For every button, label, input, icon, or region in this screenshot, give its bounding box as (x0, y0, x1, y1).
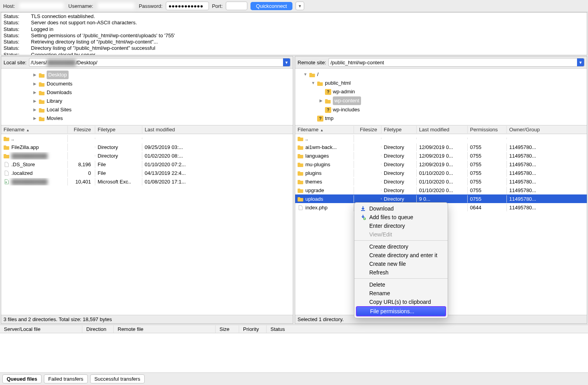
log-row: Status:Server does not support non-ASCII… (4, 20, 584, 26)
log-row: Status:Logged in (4, 26, 584, 33)
local-pane: Local site: /Users/████████/Desktop/ ▼ ▶… (1, 56, 293, 324)
quickconnect-history-dropdown[interactable]: ▼ (296, 2, 304, 10)
list-item[interactable]: ai1wm-back...Directory12/09/2019 0...075… (295, 143, 587, 151)
list-item[interactable]: mu-pluginsDirectory12/09/2019 0...075511… (295, 160, 587, 169)
remote-pane: Remote site: /public_html/wp-content ▼ ▼… (295, 56, 587, 324)
local-list-header[interactable]: Filename▲ Filesize Filetype Last modifie… (1, 125, 293, 134)
col-filetype[interactable]: Filetype (95, 126, 142, 133)
tree-item[interactable]: ▶ wp-content (295, 96, 587, 105)
menu-item-enter-directory[interactable]: Enter directory (354, 222, 448, 230)
tree-item[interactable]: ▼ public_html (295, 79, 587, 87)
password-label: Password: (139, 3, 163, 9)
log-row: Status:Retrieving directory listing of "… (4, 39, 584, 45)
col-filesize[interactable]: Filesize (68, 126, 95, 133)
qcol-direction[interactable]: Direction (82, 325, 114, 333)
menu-separator (354, 278, 448, 279)
col-filesize[interactable]: Filesize (354, 126, 381, 133)
qcol-size[interactable]: Size (216, 325, 239, 333)
col-filename[interactable]: Filename▲ (295, 126, 354, 133)
menu-separator (354, 240, 448, 241)
menu-item-add-files-to-queue[interactable]: Add files to queue (354, 213, 448, 222)
tree-item[interactable]: ▶ Documents (1, 80, 293, 88)
list-item[interactable]: FileZilla.appDirectory09/25/2019 03:... (1, 143, 293, 151)
menu-item-rename[interactable]: Rename (354, 289, 448, 298)
tree-item[interactable]: ▼ / (295, 70, 587, 79)
message-log: Status:TLS connection established.Status… (1, 12, 587, 55)
remote-list-header[interactable]: Filename▲ Filesize Filetype Last modifie… (295, 125, 587, 134)
list-item[interactable]: languagesDirectory12/09/2019 0...0755114… (295, 151, 587, 160)
menu-item-file-permissions[interactable]: File permissions... (356, 306, 446, 316)
menu-item-create-new-file[interactable]: Create new file (354, 260, 448, 268)
log-row: Status:Setting permissions of '/public_h… (4, 33, 584, 39)
list-item[interactable]: .. (295, 134, 587, 143)
tree-item[interactable]: ▶ Downloads (1, 88, 293, 97)
tree-item[interactable]: ▶ Local Sites (1, 105, 293, 114)
dropdown-caret-icon[interactable]: ▼ (577, 58, 584, 66)
remote-site-label: Remote site: (298, 60, 326, 65)
tab-queued[interactable]: Queued files (2, 374, 42, 383)
quickconnect-button[interactable]: Quickconnect (250, 2, 292, 10)
local-path-select[interactable]: /Users/████████/Desktop/ ▼ (29, 58, 290, 67)
username-input[interactable] (96, 2, 136, 10)
port-label: Port: (212, 3, 223, 9)
list-item[interactable]: ██████████Directory01/02/2020 08:... (1, 151, 293, 160)
list-item[interactable]: pluginsDirectory01/10/2020 0...075511495… (295, 169, 587, 177)
col-lastmod[interactable]: Last modified (417, 126, 468, 133)
bottom-tabs: Queued files Failed transfers Successful… (0, 372, 588, 385)
menu-item-create-directory-and-enter-it[interactable]: Create directory and enter it (354, 251, 448, 260)
menu-item-copy-url-s-to-clipboard[interactable]: Copy URL(s) to clipboard (354, 298, 448, 306)
host-input[interactable] (18, 2, 65, 10)
svg-text:X: X (5, 181, 7, 183)
list-item[interactable]: X██████████10,401Microsoft Exc..01/08/20… (1, 177, 293, 186)
list-item[interactable]: uploadsDirectory9 0...075511495780... (295, 194, 587, 203)
col-lastmod[interactable]: Last modified (142, 126, 293, 133)
dropdown-caret-icon[interactable]: ▼ (283, 58, 290, 66)
list-item[interactable]: .. (1, 134, 293, 143)
list-item[interactable]: .localized0File04/13/2019 22:4... (1, 169, 293, 177)
col-owner[interactable]: Owner/Group (507, 126, 587, 133)
list-item[interactable]: .DS_Store8,196File01/10/2020 07:2... (1, 160, 293, 169)
username-label: Username: (68, 3, 93, 9)
menu-item-download[interactable]: Download (354, 204, 448, 213)
add-to-queue-icon (360, 214, 366, 220)
list-item[interactable]: upgradeDirectory01/10/2020 0...075511495… (295, 186, 587, 194)
menu-item-view-edit: View/Edit (354, 230, 448, 239)
qcol-server[interactable]: Server/Local file (0, 325, 82, 333)
password-input[interactable] (166, 2, 209, 10)
tree-item[interactable]: ? wp-admin (295, 87, 587, 96)
menu-item-create-directory[interactable]: Create directory (354, 242, 448, 251)
log-row: Status:Connection closed by server (4, 52, 584, 56)
queue-body (0, 333, 588, 372)
tree-item[interactable]: ? tmp (295, 114, 587, 123)
col-filename[interactable]: Filename▲ (1, 126, 68, 133)
log-row: Status:TLS connection established. (4, 13, 584, 20)
svg-rect-1 (361, 210, 365, 211)
port-input[interactable] (226, 2, 247, 10)
col-filetype[interactable]: Filetype (381, 126, 417, 133)
tree-item[interactable]: ▶ Library (1, 97, 293, 105)
remote-path-select[interactable]: /public_html/wp-content ▼ (328, 58, 584, 67)
tree-item[interactable]: ? wp-includes (295, 105, 587, 114)
tree-item[interactable]: ▶ Desktop (1, 70, 293, 80)
remote-path-text: /public_html/wp-content (330, 60, 384, 65)
qcol-status[interactable]: Status (267, 325, 588, 333)
col-permissions[interactable]: Permissions (468, 126, 507, 133)
qcol-priority[interactable]: Priority (239, 325, 267, 333)
qcol-remote[interactable]: Remote file (114, 325, 216, 333)
log-row: Status:Directory listing of "/public_htm… (4, 45, 584, 51)
tree-item[interactable]: ▶ Movies (1, 114, 293, 123)
local-path-text: /Users/████████/Desktop/ (31, 60, 98, 65)
list-item[interactable]: themesDirectory01/10/2020 0...0755114957… (295, 177, 587, 186)
tab-success[interactable]: Successful transfers (90, 374, 145, 383)
remote-folder-tree[interactable]: ▼ /▼ public_html? wp-admin▶ wp-content? … (295, 69, 587, 125)
menu-item-delete[interactable]: Delete (354, 280, 448, 289)
local-folder-tree[interactable]: ▶ Desktop▶ Documents▶ Downloads▶ Library… (1, 69, 293, 125)
tab-failed[interactable]: Failed transfers (44, 374, 88, 383)
queue-header[interactable]: Server/Local file Direction Remote file … (0, 325, 588, 333)
menu-item-refresh[interactable]: Refresh (354, 268, 448, 277)
tree-item[interactable]: ▶ Music (1, 123, 293, 125)
download-icon (360, 206, 366, 211)
quickconnect-toolbar: Host: Username: Password: Port: Quickcon… (0, 0, 588, 12)
local-file-list[interactable]: ..FileZilla.appDirectory09/25/2019 03:..… (1, 134, 293, 315)
context-menu[interactable]: DownloadAdd files to queueEnter director… (354, 202, 448, 318)
